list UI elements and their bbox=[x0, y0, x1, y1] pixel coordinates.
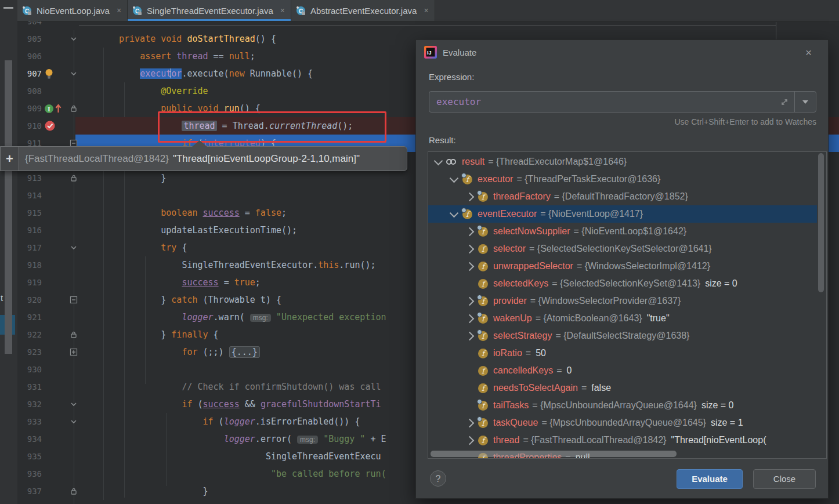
editor-tab[interactable]: CSingleThreadEventExecutor.java× bbox=[128, 0, 291, 21]
field-icon: f bbox=[478, 296, 489, 307]
chevron-right-icon[interactable] bbox=[465, 192, 475, 201]
tree-horizontal-scrollbar-thumb[interactable] bbox=[431, 451, 677, 457]
fold-lock-icon[interactable] bbox=[70, 331, 78, 339]
add-to-watches-plus-icon[interactable]: + bbox=[1, 147, 19, 171]
code-text: assert thread == null; bbox=[102, 48, 255, 65]
expand-editor-icon[interactable] bbox=[775, 92, 794, 112]
intention-bulb-icon[interactable] bbox=[44, 68, 54, 79]
code-token: @Override bbox=[161, 86, 208, 96]
fold-marker-icon[interactable] bbox=[70, 70, 78, 78]
variable-row-eventExecutor[interactable]: feventExecutor= {NioEventLoop@1417} bbox=[428, 205, 826, 223]
value-modified-dot bbox=[461, 208, 466, 213]
fold-lock-icon[interactable] bbox=[70, 487, 78, 495]
fold-marker-icon[interactable] bbox=[70, 400, 78, 408]
field-icon: f bbox=[478, 383, 489, 394]
line-number: 934 bbox=[19, 430, 42, 448]
variable-row-executor[interactable]: fexecutor= {ThreadPerTaskExecutor@1636} bbox=[428, 171, 826, 188]
code-text: } bbox=[102, 169, 166, 187]
fold-marker-icon[interactable] bbox=[70, 35, 78, 43]
line-number: 923 bbox=[19, 343, 42, 361]
chevron-right-icon[interactable] bbox=[465, 331, 475, 340]
dialog-close-icon[interactable]: × bbox=[805, 47, 812, 58]
variable-row-ioRatio[interactable]: fioRatio=50 bbox=[428, 345, 826, 362]
variable-row-needsToSelectAgain[interactable]: fneedsToSelectAgain=false bbox=[428, 379, 826, 397]
variable-name: selectStrategy bbox=[493, 331, 552, 341]
code-token: private bbox=[119, 34, 155, 44]
editor-tab[interactable]: CNioEventLoop.java× bbox=[17, 0, 128, 21]
chevron-right-icon[interactable] bbox=[465, 262, 475, 271]
line-number: 913 bbox=[19, 169, 42, 187]
overrides-arrow-icon[interactable] bbox=[55, 103, 62, 114]
expression-input[interactable]: executor bbox=[429, 92, 775, 112]
chevron-right-icon[interactable] bbox=[465, 296, 475, 306]
variable-row-result[interactable]: result= {ThreadExecutorMap$1@1646} bbox=[428, 153, 826, 171]
result-label: Result: bbox=[429, 135, 456, 145]
variable-name: taskQueue bbox=[493, 418, 538, 428]
chevron-right-icon[interactable] bbox=[465, 244, 475, 253]
variable-row-taskQueue[interactable]: ftaskQueue= {MpscUnboundedArrayQueue@164… bbox=[428, 414, 826, 432]
chevron-down-icon[interactable] bbox=[434, 156, 443, 165]
variable-row-threadFactory[interactable]: fthreadFactory= {DefaultThreadFactory@18… bbox=[428, 188, 826, 205]
code-token: true bbox=[234, 277, 255, 288]
line-number: 910 bbox=[19, 117, 42, 135]
variable-row-tailTasks[interactable]: ftailTasks= {MpscUnboundedArrayQueue@164… bbox=[428, 397, 826, 414]
code-token bbox=[155, 34, 161, 44]
code-token: success bbox=[203, 399, 240, 409]
variable-row-thread[interactable]: fthread= {FastThreadLocalThread@1842}"Th… bbox=[428, 432, 826, 449]
fold-lock-icon[interactable] bbox=[70, 104, 78, 113]
result-variables-tree[interactable]: result= {ThreadExecutorMap$1@1646}fexecu… bbox=[428, 151, 827, 459]
collapse-icon[interactable] bbox=[3, 7, 13, 9]
implementing-method-icon[interactable]: I bbox=[44, 104, 54, 114]
code-text: "be called before run( bbox=[102, 465, 386, 483]
close-button[interactable]: Close bbox=[753, 469, 816, 489]
field-icon: f bbox=[478, 261, 489, 272]
no-expand-icon bbox=[466, 403, 473, 409]
expression-combobox[interactable]: executor bbox=[429, 91, 816, 113]
verified-breakpoint-icon[interactable] bbox=[44, 120, 56, 132]
help-button[interactable]: ? bbox=[430, 470, 446, 487]
code-text: if (logger.isErrorEnabled()) { bbox=[102, 413, 360, 430]
code-token: logger bbox=[224, 434, 255, 444]
chevron-right-icon[interactable] bbox=[465, 436, 475, 445]
value-modified-dot bbox=[477, 225, 482, 230]
expression-history-dropdown[interactable] bbox=[794, 92, 816, 112]
variable-row-selectNowSupplier[interactable]: fselectNowSupplier= {NioEventLoop$1@1642… bbox=[428, 223, 826, 240]
code-line[interactable]: 904 bbox=[17, 21, 839, 30]
chevron-right-icon[interactable] bbox=[465, 227, 475, 236]
variable-row-cancelledKeys[interactable]: fcancelledKeys=0 bbox=[428, 362, 826, 379]
code-token: "Unexpected exception bbox=[276, 312, 386, 322]
code-text: @Override bbox=[102, 82, 208, 100]
variable-row-selector[interactable]: fselector= {SelectedSelectionKeySetSelec… bbox=[428, 240, 826, 258]
code-token: catch bbox=[171, 295, 197, 305]
chevron-down-icon[interactable] bbox=[450, 173, 459, 183]
fold-lock-icon[interactable] bbox=[70, 174, 78, 182]
fold-marker-icon[interactable] bbox=[70, 348, 78, 356]
code-text: if (success && gracefulShutdownStartTi bbox=[102, 396, 381, 413]
code-token bbox=[171, 51, 176, 61]
code-text: // Check if confirmShutdown() was call bbox=[102, 378, 381, 396]
tooltip-callout-arrow bbox=[192, 140, 207, 147]
tree-vertical-scrollbar-thumb[interactable] bbox=[818, 153, 824, 292]
fold-marker-icon[interactable] bbox=[70, 296, 78, 304]
variable-row-unwrappedSelector[interactable]: funwrappedSelector= {WindowsSelectorImpl… bbox=[428, 258, 826, 275]
variable-row-wakenUp[interactable]: fwakenUp= {AtomicBoolean@1643}"true" bbox=[428, 310, 826, 327]
evaluate-button[interactable]: Evaluate bbox=[677, 469, 743, 489]
variable-row-selectedKeys[interactable]: fselectedKeys= {SelectedSelectionKeySet@… bbox=[428, 275, 826, 292]
fold-marker-icon[interactable] bbox=[70, 244, 78, 252]
chevron-right-icon[interactable] bbox=[465, 418, 475, 427]
code-token: gracefulShutdownStartTi bbox=[261, 399, 381, 409]
editor-tab[interactable]: CAbstractEventExecutor.java× bbox=[291, 0, 435, 21]
code-token: ( bbox=[214, 416, 224, 427]
code-token bbox=[318, 434, 323, 444]
tab-close-icon[interactable]: × bbox=[280, 6, 285, 15]
code-text: logger.error( msg: "Buggy " + E bbox=[102, 430, 386, 448]
tab-close-icon[interactable]: × bbox=[117, 6, 121, 15]
fold-marker-icon[interactable] bbox=[70, 418, 78, 426]
rail-scrollbar-thumb[interactable] bbox=[5, 60, 12, 354]
chevron-down-icon bbox=[802, 100, 808, 104]
code-token: execut bbox=[140, 68, 171, 79]
chevron-right-icon[interactable] bbox=[465, 314, 475, 323]
variable-row-selectStrategy[interactable]: fselectStrategy= {DefaultSelectStrategy@… bbox=[428, 327, 826, 345]
variable-row-provider[interactable]: fprovider= {WindowsSelectorProvider@1637… bbox=[428, 292, 826, 310]
tab-close-icon[interactable]: × bbox=[424, 6, 428, 15]
